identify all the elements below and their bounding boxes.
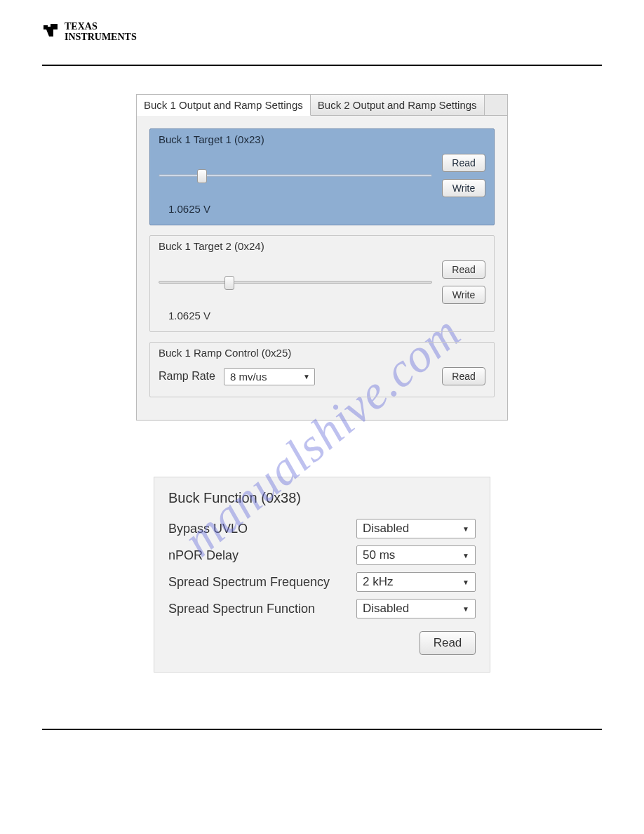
logo-text-line1: TEXAS xyxy=(65,21,98,32)
tabstrip: Buck 1 Output and Ramp Settings Buck 2 O… xyxy=(137,95,507,116)
caret-down-icon: ▼ xyxy=(303,373,310,380)
bypass-uvlo-label: Bypass UVLO xyxy=(168,522,356,536)
buck1-target2-slider[interactable] xyxy=(159,281,432,284)
row-spread-spectrum-func: Spread Spectrun Function Disabled ▼ xyxy=(168,599,476,618)
panel1-body: Buck 1 Target 1 (0x23) Read Write 1.0 xyxy=(137,116,507,420)
tab-buck1-label: Buck 1 Output and Ramp Settings xyxy=(144,99,303,111)
row-spread-spectrum-freq: Spread Spectrum Frequency 2 kHz ▼ xyxy=(168,572,476,592)
logo-text: TEXAS INSTRUMENTS xyxy=(65,22,137,42)
buck1-ramp-group: Buck 1 Ramp Control (0x25) Ramp Rate 8 m… xyxy=(149,342,495,397)
logo-mark-icon xyxy=(42,21,60,44)
buck1-target2-read-button[interactable]: Read xyxy=(442,260,485,279)
buck1-target1-value: 1.0625 V xyxy=(168,203,485,215)
buck1-ramp-title: Buck 1 Ramp Control (0x25) xyxy=(159,347,485,359)
spread-spectrum-func-select[interactable]: Disabled ▼ xyxy=(356,599,476,618)
spread-spectrum-freq-label: Spread Spectrum Frequency xyxy=(168,575,356,590)
caret-down-icon: ▼ xyxy=(462,525,469,533)
top-rule xyxy=(42,65,602,66)
ramp-rate-label: Ramp Rate xyxy=(159,370,215,383)
row-bypass-uvlo: Bypass UVLO Disabled ▼ xyxy=(168,519,476,538)
buck1-target1-write-button[interactable]: Write xyxy=(442,179,485,197)
row-npor-delay: nPOR Delay 50 ms ▼ xyxy=(168,545,476,565)
tab-buck2[interactable]: Buck 2 Output and Ramp Settings xyxy=(311,95,485,115)
tab-buck2-label: Buck 2 Output and Ramp Settings xyxy=(318,99,477,111)
caret-down-icon: ▼ xyxy=(462,552,469,560)
caret-down-icon: ▼ xyxy=(462,578,469,586)
npor-delay-label: nPOR Delay xyxy=(168,548,356,563)
bottom-rule xyxy=(42,729,602,730)
buck1-target1-read-button[interactable]: Read xyxy=(442,154,485,172)
buck1-target2-group: Buck 1 Target 2 (0x24) Read Write 1.0 xyxy=(149,235,495,332)
spread-spectrum-func-label: Spread Spectrun Function xyxy=(168,602,356,616)
ramp-rate-select[interactable]: 8 mv/us ▼ xyxy=(224,368,315,385)
buck-function-panel: Buck Function (0x38) Bypass UVLO Disable… xyxy=(154,477,490,673)
buck1-ramp-read-button[interactable]: Read xyxy=(442,367,485,385)
buck1-target2-title: Buck 1 Target 2 (0x24) xyxy=(159,240,485,252)
buck1-target1-slider[interactable] xyxy=(159,174,432,177)
buck-output-ramp-panel: Buck 1 Output and Ramp Settings Buck 2 O… xyxy=(136,94,508,421)
buck1-target2-value: 1.0625 V xyxy=(168,310,485,322)
buck1-target2-write-button[interactable]: Write xyxy=(442,286,485,304)
slider-thumb-icon[interactable] xyxy=(197,169,207,183)
ramp-rate-value: 8 mv/us xyxy=(230,371,267,383)
caret-down-icon: ▼ xyxy=(462,605,469,613)
buck-function-title: Buck Function (0x38) xyxy=(168,490,476,506)
slider-thumb-icon[interactable] xyxy=(224,276,234,290)
buck-function-read-button[interactable]: Read xyxy=(420,631,476,655)
bypass-uvlo-select[interactable]: Disabled ▼ xyxy=(356,519,476,538)
buck1-target1-title: Buck 1 Target 1 (0x23) xyxy=(159,133,485,145)
npor-delay-select[interactable]: 50 ms ▼ xyxy=(356,545,476,565)
logo-text-line2: INSTRUMENTS xyxy=(65,32,137,42)
buck1-target1-group: Buck 1 Target 1 (0x23) Read Write 1.0 xyxy=(149,128,495,225)
tab-buck1[interactable]: Buck 1 Output and Ramp Settings xyxy=(137,95,311,116)
ti-logo: TEXAS INSTRUMENTS xyxy=(42,21,602,44)
spread-spectrum-freq-select[interactable]: 2 kHz ▼ xyxy=(356,572,476,592)
